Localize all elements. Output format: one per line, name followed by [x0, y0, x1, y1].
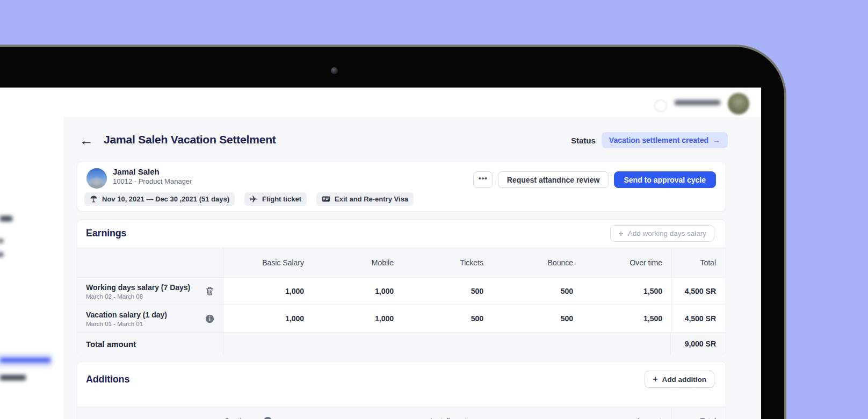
employee-name: Jamal Saleh — [113, 167, 160, 176]
earnings-card: Earnings + Add working days salary Basic… — [77, 219, 726, 355]
sidebar-item-active-label — [0, 358, 50, 363]
more-options-button[interactable]: ••• — [473, 171, 493, 188]
row-label: Working days salary (7 Days) — [86, 283, 190, 292]
total-amount-row: Total amount 9,000 SR — [77, 332, 726, 355]
send-to-approval-cycle-button[interactable]: Send to approval cycle — [614, 171, 717, 188]
table-row: Vacation salary (1 day) March 01 - March… — [77, 305, 726, 332]
cell-over-time: 1,500 — [582, 305, 671, 332]
column-header: Amount — [631, 417, 662, 419]
chip-label: Flight ticket — [262, 195, 301, 203]
plus-icon: + — [618, 229, 623, 238]
add-working-days-salary-button[interactable]: + Add working days salary — [610, 225, 714, 242]
webcam-dot — [331, 67, 338, 74]
earnings-table: Basic Salary Mobile Tickets Bounce Over … — [77, 248, 726, 355]
column-header: Mobile — [313, 248, 402, 277]
cell-total: 4,500 SR — [671, 278, 726, 305]
cell-bounce: 500 — [492, 305, 582, 332]
page-title: Jamal Saleh Vacation Settelment — [104, 133, 276, 146]
table-row: Working days salary (7 Days) March 02 - … — [77, 277, 726, 305]
cell-basic-salary: 1,000 — [223, 278, 313, 305]
earnings-table-header: Basic Salary Mobile Tickets Bounce Over … — [77, 248, 726, 277]
cell-over-time: 1,500 — [582, 278, 671, 305]
additions-card: Additions + Add addition Section Install… — [77, 361, 726, 419]
column-header: Bounce — [492, 248, 582, 277]
info-icon — [264, 417, 272, 419]
cell-bounce: 500 — [492, 278, 582, 305]
column-divider — [671, 407, 671, 419]
cell-mobile: 1,000 — [313, 278, 402, 305]
row-sublabel: March 01 - March 01 — [86, 321, 167, 327]
status-badge[interactable]: Vacation settlement created → — [602, 132, 728, 148]
plane-icon — [250, 195, 258, 203]
cell-tickets: 500 — [402, 278, 492, 305]
exit-reentry-visa-chip: Exit and Re-entry Visa — [316, 192, 414, 206]
column-header: Over time — [582, 248, 671, 277]
column-header: Total — [671, 248, 726, 277]
button-label: Add working days salary — [628, 229, 706, 237]
total-amount-label: Total amount — [77, 333, 223, 355]
cell-basic-salary: 1,000 — [223, 305, 313, 332]
sidebar-item[interactable] — [0, 252, 3, 257]
chips-row: Nov 10, 2021 — Dec 30 ,2021 (51 days) Fl… — [84, 192, 414, 206]
info-icon[interactable] — [204, 313, 215, 324]
cell-total: 4,500 SR — [671, 305, 726, 332]
add-addition-button[interactable]: + Add addition — [645, 371, 714, 388]
additions-header: Additions + Add addition — [77, 362, 726, 407]
earnings-header: Earnings + Add working days salary — [77, 220, 726, 248]
user-avatar[interactable] — [728, 93, 749, 114]
trash-icon[interactable] — [204, 285, 215, 297]
employee-meta: 10012 - Product Manager — [113, 177, 192, 185]
additions-title: Additions — [86, 374, 129, 385]
button-label: Add addition — [662, 375, 706, 384]
employee-actions: ••• Request attandnce review Send to app… — [473, 171, 716, 188]
additions-table-header-partial: Section Installments Amount Total — [77, 407, 726, 419]
status-value: Vacation settlement created — [609, 136, 708, 145]
sidebar-item[interactable] — [0, 216, 12, 221]
back-button[interactable]: ← — [78, 132, 95, 148]
sidebar-item[interactable] — [0, 375, 26, 380]
earnings-title: Earnings — [86, 228, 126, 239]
column-header: Section — [225, 417, 250, 419]
vacation-umbrella-icon — [90, 195, 98, 203]
employee-card: Jamal Saleh 10012 - Product Manager ••• … — [77, 161, 726, 212]
column-header: Installments — [430, 417, 471, 419]
app-screen: ← Jamal Saleh Vacation Settelment Status… — [0, 88, 761, 419]
arrow-right-icon: → — [713, 136, 720, 145]
chip-label: Nov 10, 2021 — Dec 30 ,2021 (51 days) — [102, 195, 229, 203]
cell-tickets: 500 — [402, 305, 492, 332]
chip-label: Exit and Re-entry Visa — [335, 195, 408, 203]
row-sublabel: March 02 - March 08 — [86, 293, 190, 300]
plus-icon: + — [653, 375, 657, 384]
column-header: Tickets — [402, 248, 492, 277]
request-attendance-review-button[interactable]: Request attandnce review — [498, 171, 609, 188]
status-label: Status — [571, 136, 596, 145]
total-amount-value: 9,000 SR — [671, 333, 726, 355]
cell-mobile: 1,000 — [313, 305, 402, 332]
notification-icon[interactable] — [654, 99, 667, 112]
user-name-blurred — [675, 100, 720, 105]
flight-ticket-chip: Flight ticket — [244, 192, 307, 206]
status-area: Status Vacation settlement created → — [571, 131, 728, 150]
column-header: Total — [682, 417, 716, 419]
page-header: ← Jamal Saleh Vacation Settelment Status… — [0, 131, 761, 150]
row-label: Vacation salary (1 day) — [86, 310, 167, 319]
sidebar-item[interactable] — [0, 239, 3, 243]
id-card-icon — [322, 195, 330, 203]
vacation-period-chip: Nov 10, 2021 — Dec 30 ,2021 (51 days) — [84, 192, 235, 206]
column-header: Basic Salary — [223, 248, 313, 277]
employee-avatar — [86, 168, 107, 189]
